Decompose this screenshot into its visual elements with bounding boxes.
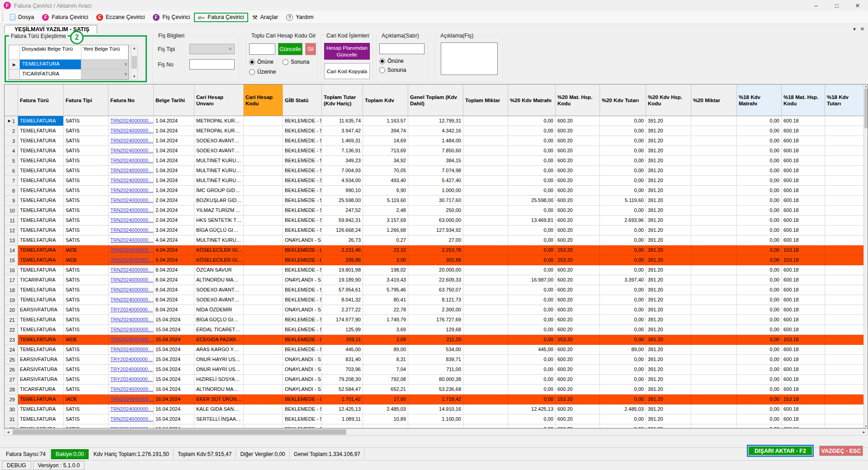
col-header-no[interactable]: Fatura No xyxy=(108,85,154,116)
sil-button[interactable]: Sil xyxy=(305,43,316,55)
col-header-m20k[interactable]: %20 Mat. Hsp. Kodu xyxy=(556,85,600,116)
col-header-tipi[interactable]: Fatura Tipi xyxy=(64,85,108,116)
invoice-no-link[interactable]: TRN2024000000… xyxy=(110,148,153,153)
col-header-m20[interactable]: %20 Kdv Matrahı xyxy=(508,85,556,116)
col-header-genel[interactable]: Genel Toplam (Kdv Dahil) xyxy=(408,85,463,116)
invoice-no-link[interactable]: TRN2024000000… xyxy=(110,168,153,173)
vertical-scrollbar[interactable]: ▲ ▼ xyxy=(863,85,868,428)
invoice-no-link[interactable]: TRN2024000000… xyxy=(110,347,153,352)
row-header: 23 xyxy=(5,335,18,345)
aciklama-fis-textarea[interactable] xyxy=(441,42,498,75)
invoice-no-link[interactable]: TRN2024000000… xyxy=(110,287,153,292)
invoice-no-link[interactable]: TRN2024000000… xyxy=(110,197,153,203)
fis-tipi-combo[interactable]: ˅ xyxy=(189,44,235,54)
col-header-unvan[interactable]: Cari Hesap Unvanı xyxy=(194,85,244,116)
col-header-k20k[interactable]: %20 Kdv Hsp. Kodu xyxy=(646,85,691,116)
mapping-doc-type-cell[interactable]: TEMELFATURA xyxy=(20,60,81,70)
mapping-new-type-combo[interactable]: ˅ xyxy=(81,60,128,70)
col-header-m18k[interactable]: %18 Mat. Hsp. Kodu xyxy=(782,85,825,116)
invoice-no-link[interactable]: TRN2024000000… xyxy=(110,247,153,253)
toplu-cari-input[interactable] xyxy=(249,43,275,55)
cell-tarih: 1.04.2024 xyxy=(154,186,194,196)
close-button[interactable]: ✕ xyxy=(847,0,868,11)
invoice-no-link[interactable]: TRN2024000000… xyxy=(110,337,153,342)
menu-item-fis-cevirici[interactable]: FFiş Çevirici xyxy=(149,13,194,22)
invoice-no-link[interactable]: TRN2024000000… xyxy=(110,406,153,412)
scroll-down-icon[interactable]: ▼ xyxy=(864,425,867,428)
col-header-rowselect[interactable] xyxy=(5,85,18,116)
scroll-thumb[interactable] xyxy=(864,89,868,128)
horizontal-scrollbar[interactable]: ◄ ► xyxy=(4,428,868,436)
invoice-no-link[interactable]: TRN2024000000… xyxy=(110,277,153,282)
col-header-tarih[interactable]: Belge Tarihi xyxy=(154,85,194,116)
invoice-no-link[interactable]: TRN2024000000… xyxy=(110,267,153,273)
aciklama-radio-0[interactable]: Önüne xyxy=(379,58,406,64)
minimize-button[interactable]: – xyxy=(806,0,826,11)
scroll-left-icon[interactable]: ◄ xyxy=(5,430,12,434)
scroll-right-icon[interactable]: ► xyxy=(860,430,868,434)
invoice-no-link[interactable]: TRN2024000000… xyxy=(110,188,153,193)
col-header-tutar[interactable]: Toplam Tutar (Kdv Hariç) xyxy=(322,85,363,116)
invoice-no-link[interactable]: TRN2024000000… xyxy=(110,138,153,143)
invoice-no-link[interactable]: TRN2024000000… xyxy=(110,257,153,263)
invoice-no-link[interactable]: TRN2024000000… xyxy=(110,217,153,223)
menu-item-eczane-cevirici[interactable]: EEczane Çevirici xyxy=(92,13,149,22)
invoice-no-link[interactable]: TRY2024000000… xyxy=(110,376,153,382)
invoice-no-link[interactable]: TRN2024000000… xyxy=(110,158,153,163)
col-header-mik20[interactable]: %20 Miktar xyxy=(691,85,737,116)
tab-yesilmavi-yazilim-satis[interactable]: YEŞİLMAVİ YAZILIM - SATIŞ xyxy=(4,25,97,33)
col-header-kod[interactable]: Cari Hesap Kodu xyxy=(244,85,283,116)
scroll-up-icon[interactable]: ▲ xyxy=(864,85,867,88)
invoice-no-link[interactable]: TRN2024000000… xyxy=(110,207,153,213)
col-header-k18[interactable]: %18 Kdv Tutarı xyxy=(825,85,864,116)
invoice-no-link[interactable]: TRN2024000000… xyxy=(110,128,153,133)
col-header-miktar[interactable]: Toplam Miktar xyxy=(463,85,508,116)
invoice-no-link[interactable]: TRN2024000000… xyxy=(110,327,153,332)
invoice-no-link[interactable]: TRN2024000000… xyxy=(110,396,153,402)
invoice-no-link[interactable]: TRN2024000000… xyxy=(110,118,153,123)
invoice-no-link[interactable]: TRN2024000000… xyxy=(110,227,153,233)
invoice-no-link[interactable]: TRN2024000000… xyxy=(110,237,153,243)
mapping-scrollbar[interactable]: ▲ ▼ xyxy=(131,45,138,80)
menu-item-fatura-cevirici[interactable]: FFatura Çevirici xyxy=(38,13,92,22)
invoice-no-link[interactable]: TRY2024000000… xyxy=(110,367,153,372)
invoice-no-link[interactable]: TRN2024000000… xyxy=(110,386,153,392)
mapping-new-type-combo[interactable]: ˅ xyxy=(81,70,128,80)
cell-unvan: MULTINET KURU… xyxy=(194,166,244,176)
scroll-thumb[interactable] xyxy=(13,429,346,435)
toplu-radio-2[interactable]: Üzerine xyxy=(249,69,283,75)
tab-close-icon[interactable]: ✕ xyxy=(860,26,864,32)
mapping-doc-type-cell[interactable]: TICARIFATURA xyxy=(20,70,81,80)
toplu-radio-1[interactable]: Sonuna xyxy=(283,59,316,65)
disari-aktar-button[interactable]: DIŞARI AKTAR - F2 xyxy=(747,445,814,457)
invoice-no-link[interactable]: TRN2024000000… xyxy=(110,426,153,428)
aciklama-satir-input[interactable] xyxy=(379,43,425,54)
menu-item-dosya[interactable]: Dosya xyxy=(6,13,38,22)
vazgec-button[interactable]: VAZGEÇ - ESC xyxy=(819,446,863,456)
invoice-no-link[interactable]: TRN2024000000… xyxy=(110,317,153,322)
fis-no-input[interactable] xyxy=(189,59,235,70)
scroll-down-icon[interactable]: ▼ xyxy=(132,75,136,79)
invoice-no-link[interactable]: TRY2024000000… xyxy=(110,307,153,312)
scroll-thumb[interactable] xyxy=(132,56,137,69)
guncelle-button[interactable]: Güncelle xyxy=(278,43,302,55)
maximize-button[interactable]: □ xyxy=(826,0,847,11)
menu-item-araclar[interactable]: ⚒Araçlar xyxy=(248,13,282,22)
invoice-no-link[interactable]: TRN2024000000… xyxy=(110,416,153,422)
invoice-no-link[interactable]: TRY2024000000… xyxy=(110,357,153,362)
menu-item-yardim[interactable]: ?Yardım xyxy=(282,13,317,22)
toplu-radio-0[interactable]: Önüne xyxy=(249,59,283,65)
hesap-planimdan-guncelle-button[interactable]: Hesap Planımdan Güncelle xyxy=(324,43,370,60)
invoice-no-link[interactable]: TRN2024000000… xyxy=(110,178,153,183)
cari-kod-kopyala-button[interactable]: Cari Kod Kopyala xyxy=(324,63,370,79)
col-header-kdv[interactable]: Toplam Kdv xyxy=(363,85,408,116)
col-header-gib[interactable]: GİB Statü xyxy=(283,85,322,116)
aciklama-radio-1[interactable]: Sonuna xyxy=(379,67,406,73)
col-header-k20[interactable]: %20 Kdv Tutarı xyxy=(600,85,646,116)
tab-list-dropdown-icon[interactable]: ▾ xyxy=(853,26,856,32)
col-header-m18[interactable]: %18 Kdv Matrahı xyxy=(737,85,782,116)
invoice-no-link[interactable]: TRN2024000000… xyxy=(110,297,153,302)
scroll-up-icon[interactable]: ▲ xyxy=(132,46,136,50)
menu-item-efatura-cevirici[interactable]: ℮–Fatura Çevirici xyxy=(194,13,248,22)
col-header-turu[interactable]: Fatura Türü xyxy=(18,85,64,116)
